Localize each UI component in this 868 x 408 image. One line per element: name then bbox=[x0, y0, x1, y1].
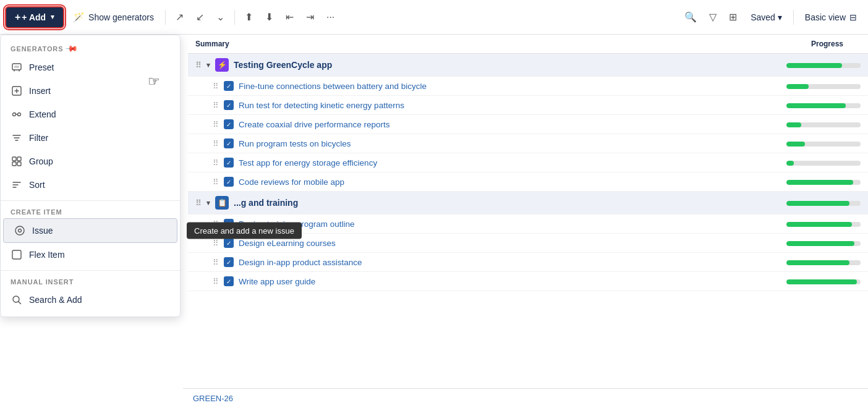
task-link[interactable]: Test app for energy storage efficiency bbox=[239, 158, 377, 168]
expand-arrow[interactable]: ▾ bbox=[206, 199, 210, 207]
progress-cell bbox=[664, 172, 868, 192]
search-button[interactable]: 🔍 bbox=[679, 7, 702, 27]
dropdown-menu: GENERATORS 📌 Preset Insert Extend Fi bbox=[0, 35, 181, 317]
progress-bar-bg bbox=[786, 222, 861, 227]
table-row: ⠿ ✓ Test app for energy storage efficien… bbox=[188, 153, 868, 172]
progress-cell bbox=[664, 253, 868, 272]
progress-bar-bg bbox=[786, 84, 861, 89]
table-row: ⠿ ✓ Code reviews for mobile app bbox=[188, 172, 868, 192]
flex-item-label: Flex Item bbox=[29, 250, 65, 260]
task-link[interactable]: Code reviews for mobile app bbox=[239, 177, 344, 187]
search-icon: 🔍 bbox=[684, 11, 697, 23]
col-progress: Progress bbox=[664, 35, 868, 54]
table-row: ⠿ ▾ ⚡ Testing GreenCycle app bbox=[188, 54, 868, 77]
task-checkbox[interactable]: ✓ bbox=[224, 257, 234, 267]
progress-bar-bg bbox=[786, 122, 861, 127]
drag-handle: ⠿ bbox=[213, 82, 219, 91]
progress-bar-bg bbox=[786, 103, 861, 108]
expand-button[interactable]: ↗ bbox=[171, 7, 189, 27]
table-row: ⠿ ✓ Fine-tune connections between batter… bbox=[188, 77, 868, 96]
task-link[interactable]: Design eLearning courses bbox=[239, 239, 336, 248]
show-generators-button[interactable]: 🪄 Show generators bbox=[67, 8, 160, 27]
expand-arrow[interactable]: ▾ bbox=[206, 61, 210, 69]
basic-view-label: Basic view bbox=[805, 12, 846, 22]
align-left-icon: ⇤ bbox=[286, 11, 294, 23]
bottom-id[interactable]: GREEN-26 bbox=[193, 394, 233, 403]
progress-bar-bg bbox=[786, 241, 861, 246]
menu-item-sort[interactable]: Sort bbox=[1, 173, 180, 197]
sort-icon bbox=[11, 179, 23, 191]
chevron-down-button[interactable]: ⌄ bbox=[211, 7, 229, 27]
task-link[interactable]: Run program tests on bicycles bbox=[239, 139, 351, 148]
task-checkbox[interactable]: ✓ bbox=[224, 219, 234, 229]
divider-3 bbox=[793, 10, 794, 25]
more-icon: ··· bbox=[326, 12, 334, 23]
sort-label: Sort bbox=[29, 180, 45, 190]
extend-label: Extend bbox=[29, 109, 56, 119]
menu-item-filter[interactable]: Filter bbox=[1, 126, 180, 150]
menu-item-insert[interactable]: Insert bbox=[1, 79, 180, 103]
preset-label: Preset bbox=[29, 62, 54, 72]
drag-handle: ⠿ bbox=[195, 61, 202, 70]
progress-bar-fill bbox=[786, 279, 857, 284]
filter-label: Filter bbox=[29, 133, 48, 143]
task-checkbox[interactable]: ✓ bbox=[224, 138, 234, 148]
progress-cell bbox=[664, 77, 868, 96]
saved-button[interactable]: Saved ▾ bbox=[744, 9, 788, 26]
align-right-button[interactable]: ⇥ bbox=[301, 7, 319, 27]
task-link[interactable]: Run test for detecting kinetic energy pa… bbox=[239, 101, 404, 110]
task-link[interactable]: Fine-tune connections between battery an… bbox=[239, 82, 427, 91]
menu-divider-1 bbox=[1, 200, 180, 201]
add-label: + Add bbox=[22, 12, 46, 22]
task-link[interactable]: ...g and training bbox=[234, 198, 298, 208]
task-checkbox[interactable]: ✓ bbox=[224, 177, 234, 187]
filter-button[interactable]: ▽ bbox=[704, 7, 721, 27]
menu-item-preset[interactable]: Preset bbox=[1, 56, 180, 79]
progress-bar-fill bbox=[786, 260, 849, 265]
collapse-button[interactable]: ↙ bbox=[191, 7, 209, 27]
add-button[interactable]: + + Add ▾ bbox=[5, 6, 64, 28]
drag-handle: ⠿ bbox=[213, 277, 219, 286]
group-button[interactable]: ⊞ bbox=[724, 7, 742, 27]
task-link[interactable]: Design training program outline bbox=[239, 219, 355, 229]
task-checkbox[interactable]: ✓ bbox=[224, 81, 234, 91]
menu-item-flex-item[interactable]: Flex Item bbox=[1, 243, 180, 266]
saved-label: Saved bbox=[751, 12, 775, 22]
download-button[interactable]: ⬇ bbox=[260, 7, 278, 27]
divider-2 bbox=[234, 10, 235, 25]
menu-item-group[interactable]: Group bbox=[1, 150, 180, 173]
svg-point-3 bbox=[13, 113, 16, 116]
manual-label: MANUAL INSERT bbox=[11, 278, 74, 286]
task-link[interactable]: Create coaxial drive performance reports bbox=[239, 120, 390, 129]
progress-bar-bg bbox=[786, 63, 861, 68]
basic-view-button[interactable]: Basic view ⊟ bbox=[799, 9, 863, 26]
parent-icon: ⚡ bbox=[215, 58, 229, 72]
upload-button[interactable]: ⬆ bbox=[240, 7, 258, 27]
add-chevron: ▾ bbox=[51, 13, 54, 21]
progress-bar-fill bbox=[786, 241, 854, 246]
create-section-label: CREATE ITEM bbox=[1, 205, 180, 218]
svg-rect-9 bbox=[17, 162, 21, 166]
flex-item-icon bbox=[11, 249, 23, 261]
group-icon: ⊞ bbox=[729, 11, 737, 23]
task-link[interactable]: Write app user guide bbox=[239, 277, 315, 286]
table-row: ⠿ ✓ Design training program outline bbox=[188, 215, 868, 234]
menu-item-search-add[interactable]: Search & Add bbox=[1, 288, 180, 312]
menu-item-extend[interactable]: Extend bbox=[1, 103, 180, 126]
columns-icon: ⊟ bbox=[849, 12, 857, 22]
task-link[interactable]: Design in-app product assistance bbox=[239, 258, 362, 267]
menu-divider-2 bbox=[1, 270, 180, 271]
align-left-button[interactable]: ⇤ bbox=[281, 7, 299, 27]
filter-icon: ▽ bbox=[709, 11, 717, 23]
task-checkbox[interactable]: ✓ bbox=[224, 238, 234, 248]
task-checkbox[interactable]: ✓ bbox=[224, 158, 234, 168]
progress-cell bbox=[664, 96, 868, 115]
task-checkbox[interactable]: ✓ bbox=[224, 276, 234, 286]
task-checkbox[interactable]: ✓ bbox=[224, 100, 234, 110]
task-link[interactable]: Testing GreenCycle app bbox=[234, 60, 332, 70]
filter-menu-icon bbox=[11, 132, 23, 144]
progress-bar-bg bbox=[786, 279, 861, 284]
more-button[interactable]: ··· bbox=[321, 8, 339, 27]
task-checkbox[interactable]: ✓ bbox=[224, 119, 234, 129]
menu-item-issue[interactable]: Issue Create and add a new issue bbox=[3, 218, 177, 243]
